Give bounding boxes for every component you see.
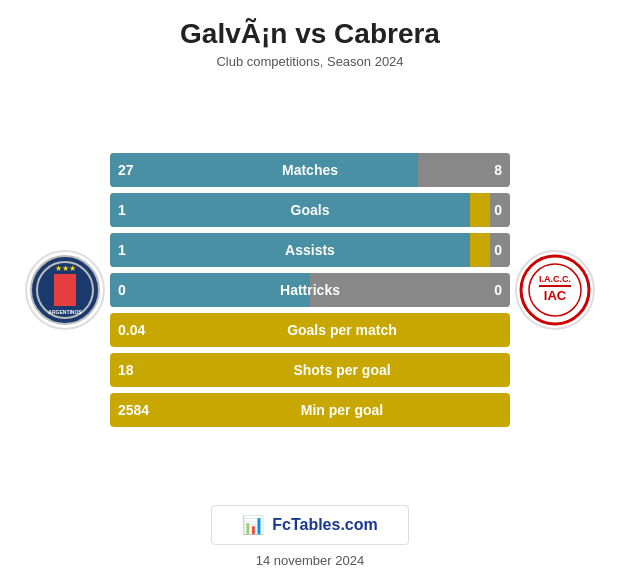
stats-area: 27Matches81Goals01Assists00Hattricks00.0…: [110, 153, 510, 427]
stat-row-0: 27Matches8: [110, 153, 510, 187]
stat-right-val-0: 8: [456, 162, 510, 178]
stat-right-val-2: 0: [456, 242, 510, 258]
footer-date: 14 november 2024: [256, 553, 364, 568]
stat-right-val-3: 0: [456, 282, 510, 298]
svg-text:IAC: IAC: [544, 288, 567, 303]
stat-left-val-0: 27: [110, 162, 164, 178]
stat-left-val-2: 1: [110, 242, 164, 258]
stat-left-val-6: 2584: [110, 402, 174, 418]
page: GalvÃ¡n vs Cabrera Club competitions, Se…: [0, 0, 620, 580]
stat-row-5: 18Shots per goal: [110, 353, 510, 387]
stat-row-1: 1Goals0: [110, 193, 510, 227]
stat-label-6: Min per goal: [174, 402, 510, 418]
fctables-text: FcTables.com: [272, 516, 378, 534]
stat-label-3: Hattricks: [164, 282, 456, 298]
stat-left-val-5: 18: [110, 362, 174, 378]
svg-text:ARGENTINOS: ARGENTINOS: [48, 309, 82, 315]
svg-text:★★★: ★★★: [55, 264, 76, 273]
stat-label-2: Assists: [164, 242, 456, 258]
stat-label-1: Goals: [164, 202, 456, 218]
logo-left: ★★★ ARGENTINOS: [20, 250, 110, 330]
main-area: ★★★ ARGENTINOS 27Matches81Goals01Assists…: [20, 85, 600, 495]
svg-rect-2: [54, 274, 76, 306]
stat-left-val-1: 1: [110, 202, 164, 218]
fctables-icon: 📊: [242, 514, 264, 536]
team-right-logo: I.A.C.C. IAC: [515, 250, 595, 330]
stat-label-0: Matches: [164, 162, 456, 178]
stat-label-4: Goals per match: [174, 322, 510, 338]
stat-left-val-4: 0.04: [110, 322, 174, 338]
stat-row-2: 1Assists0: [110, 233, 510, 267]
stat-row-3: 0Hattricks0: [110, 273, 510, 307]
page-title: GalvÃ¡n vs Cabrera: [180, 18, 440, 50]
stat-label-5: Shots per goal: [174, 362, 510, 378]
svg-rect-8: [539, 285, 571, 287]
team-left-logo: ★★★ ARGENTINOS: [25, 250, 105, 330]
stat-right-val-1: 0: [456, 202, 510, 218]
stat-row-4: 0.04Goals per match: [110, 313, 510, 347]
logo-right: I.A.C.C. IAC: [510, 250, 600, 330]
stat-row-6: 2584Min per goal: [110, 393, 510, 427]
svg-text:I.A.C.C.: I.A.C.C.: [539, 274, 571, 284]
stat-left-val-3: 0: [110, 282, 164, 298]
fctables-banner: 📊 FcTables.com: [211, 505, 409, 545]
page-subtitle: Club competitions, Season 2024: [216, 54, 403, 69]
